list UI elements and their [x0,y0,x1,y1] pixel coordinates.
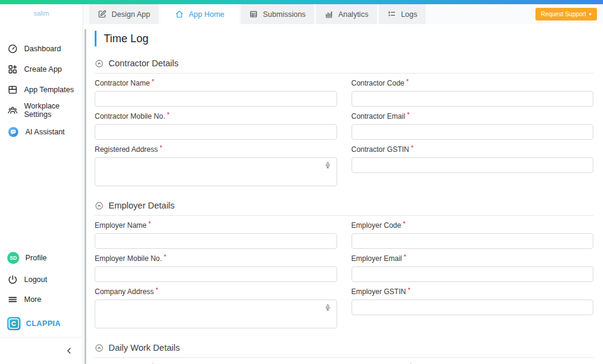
app-home-icon [175,10,184,19]
section-toggle-daily-work-details[interactable]: Daily Work Details [95,343,593,353]
company-address-textarea[interactable] [95,300,337,328]
required-marker: * [404,253,406,260]
sidebar-item-label: Workplace Settings [24,102,83,119]
field-employer-code: Employer Code* [352,221,594,249]
required-marker: * [160,144,162,151]
contractor-email-input[interactable] [352,124,594,140]
sidebar-item-label: App Templates [24,86,74,94]
contractor-code-input[interactable] [352,91,594,107]
chevron-left-icon [65,346,74,356]
page-title-row: Time Log [95,31,593,46]
sidebar-item-label: Dashboard [24,45,61,53]
sidebar-item-logout[interactable]: Logout [0,269,83,290]
required-marker: * [406,78,409,85]
section-daily-work-details: Daily Work Details Work Description* Sel… [95,343,593,364]
sidebar-item-app-templates[interactable]: App Templates [0,80,83,100]
sidebar-item-dashboard[interactable]: Dashboard [0,39,83,59]
more-label: More [24,295,41,304]
employer-code-input[interactable] [352,233,594,249]
contractor-mobile-input[interactable] [95,124,337,140]
field-label: Contractor Name* [95,79,337,87]
clappia-logo[interactable]: CLAPPIA [0,313,83,334]
app-templates-icon [7,84,18,95]
field-employer-gstin: Employer GSTIN* [352,287,594,315]
microphone-icon[interactable] [324,162,332,169]
collapse-section-icon [95,201,104,210]
tab-submissions[interactable]: Submissions [241,4,314,24]
tab-analytics[interactable]: Analytics [316,4,377,24]
sidebar-item-ai-assistant[interactable]: AI Assistant [0,121,83,143]
sidebar-item-workplace-settings[interactable]: Workplace Settings [0,100,83,121]
required-marker: * [408,286,410,293]
microphone-icon[interactable] [324,304,332,312]
section-contractor-details: Contractor Details Contractor Name* Cont… [95,58,593,189]
employer-gstin-input[interactable] [352,300,594,315]
contractor-gstin-input[interactable] [352,157,594,173]
field-employer-email: Employer Email* [352,254,594,282]
section-toggle-employer-details[interactable]: Employer Details [95,201,593,210]
required-marker: * [151,78,154,85]
design-app-icon [98,10,107,19]
field-company-address: Company Address* [95,287,337,331]
title-accent-bar [95,31,96,46]
sidebar: salim Dashboard Create App App Templates… [0,4,83,364]
employer-mobile-input[interactable] [95,266,337,282]
content-scrollbar[interactable] [84,29,86,364]
sidebar-item-create-app[interactable]: Create App [0,59,83,80]
employer-email-input[interactable] [352,266,594,282]
clappia-logo-text: CLAPPIA [26,319,61,328]
required-marker: * [163,253,166,260]
field-contractor-email: Contractor Email* [352,112,594,140]
clappia-logo-icon [7,317,21,330]
field-label: Contractor Mobile No.* [95,112,337,121]
collapse-sidebar-button[interactable] [65,346,74,356]
field-contractor-mobile: Contractor Mobile No.* [95,112,337,140]
field-employer-mobile: Employer Mobile No.* [95,254,337,282]
required-marker: * [403,220,405,227]
tab-logs[interactable]: Logs [379,4,426,24]
top-tab-bar: Design App App Home Submissions Analytic… [83,4,603,24]
field-contractor-name: Contractor Name* [95,79,337,107]
field-registered-address: Registered Address* [95,145,337,189]
tab-label: Design App [112,10,150,19]
collapse-section-icon [95,344,104,353]
ai-assistant-icon [7,126,19,138]
section-employer-details: Employer Details Employer Name* Employer… [95,201,593,331]
top-gradient-bar [0,0,603,4]
request-support-button[interactable]: Request Support ▾ [535,8,597,20]
employer-name-input[interactable] [95,233,337,249]
section-title: Daily Work Details [109,343,180,353]
dashboard-icon [7,43,18,54]
registered-address-textarea[interactable] [95,157,337,186]
field-contractor-gstin: Contractor GSTIN* [352,145,594,173]
field-label: Contractor GSTIN* [352,145,594,154]
tab-label: Logs [401,10,417,19]
required-marker: * [156,286,158,293]
section-title: Employer Details [109,201,175,210]
main-content: Time Log Contractor Details Contractor N… [83,24,603,364]
sidebar-footer [0,337,83,364]
tab-label: App Home [189,10,224,19]
submissions-icon [249,10,258,19]
sidebar-item-profile[interactable]: SD Profile [0,246,83,269]
field-label: Employer GSTIN* [352,287,594,296]
sidebar-item-label: Create App [24,65,62,74]
field-label: Employer Name* [95,221,337,230]
tab-label: Analytics [338,10,368,19]
tab-design-app[interactable]: Design App [89,4,159,24]
tab-app-home[interactable]: App Home [160,4,239,24]
field-label: Employer Mobile No.* [95,254,337,263]
sidebar-item-more[interactable]: More [0,290,83,309]
required-marker: * [148,220,151,227]
field-contractor-code: Contractor Code* [352,79,594,107]
sidebar-item-label: AI Assistant [25,128,65,136]
create-app-icon [7,64,18,75]
logout-icon [7,274,18,285]
profile-avatar: SD [7,252,19,264]
contractor-name-input[interactable] [95,91,337,107]
section-toggle-contractor-details[interactable]: Contractor Details [95,58,593,68]
sidebar-bottom: SD Profile Logout More CLAPPIA [0,246,83,334]
field-employer-name: Employer Name* [95,221,337,249]
sidebar-nav: Dashboard Create App App Templates Workp… [0,39,83,143]
workplace-settings-icon [7,105,18,116]
